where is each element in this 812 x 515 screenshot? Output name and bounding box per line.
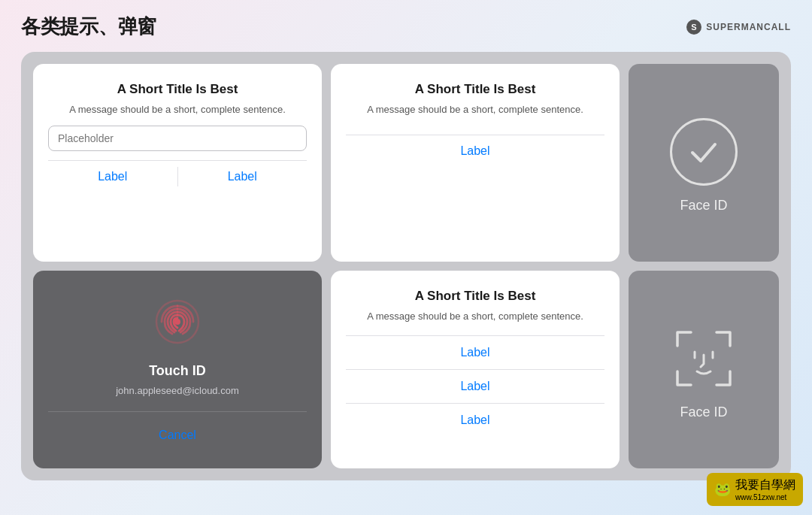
card1-btn2[interactable]: Label xyxy=(178,161,308,192)
card4-cancel[interactable]: Cancel xyxy=(48,421,307,450)
watermark: 🐸 我要自學網 www.51zxw.net xyxy=(707,473,803,506)
card1-title: A Short Title Is Best xyxy=(117,82,238,97)
card-alert-multi: A Short Title Is Best A message should b… xyxy=(331,271,620,468)
card2-label[interactable]: Label xyxy=(346,135,604,250)
page-title: 各类提示、弹窗 xyxy=(21,14,156,40)
card5-labels: Label Label Label xyxy=(346,335,604,437)
card1-input[interactable] xyxy=(48,126,307,151)
card-faceid-verified: Face ID xyxy=(629,64,779,262)
card4-email: john.appleseed@icloud.com xyxy=(116,385,239,396)
card5-label2[interactable]: Label xyxy=(346,369,604,403)
card5-label3[interactable]: Label xyxy=(346,403,604,437)
faceid-circle xyxy=(670,118,738,186)
main-container: A Short Title Is Best A message should b… xyxy=(21,52,791,480)
card2-title: A Short Title Is Best xyxy=(415,82,536,97)
card-touchid: Touch ID john.appleseed@icloud.com Cance… xyxy=(33,271,322,468)
watermark-line1: 我要自學網 xyxy=(735,477,795,493)
card-faceid-scan: Face ID xyxy=(629,271,779,468)
card4-divider xyxy=(48,411,307,412)
page-header: 各类提示、弹窗 S SUPERMANCALL xyxy=(0,0,812,47)
card-alert-single: A Short Title Is Best A message should b… xyxy=(331,64,620,262)
card4-title: Touch ID xyxy=(149,363,206,379)
card1-buttons: Label Label xyxy=(48,161,307,192)
brand-icon: S xyxy=(686,20,701,35)
checkmark-icon xyxy=(685,133,723,171)
card6-label: Face ID xyxy=(680,404,727,420)
touchid-icon xyxy=(151,295,204,351)
card3-label: Face ID xyxy=(680,198,727,214)
card5-title: A Short Title Is Best xyxy=(415,289,536,304)
card2-message: A message should be a short, complete se… xyxy=(367,103,583,117)
card5-message: A message should be a short, complete se… xyxy=(367,310,583,323)
card-alert-input: A Short Title Is Best A message should b… xyxy=(33,64,322,262)
card1-message: A message should be a short, complete se… xyxy=(69,103,286,117)
brand-name: SUPERMANCALL xyxy=(706,22,791,32)
watermark-text: 我要自學網 www.51zxw.net xyxy=(735,477,795,501)
card5-label1[interactable]: Label xyxy=(346,335,604,369)
card1-btn1[interactable]: Label xyxy=(48,161,177,192)
brand-logo: S SUPERMANCALL xyxy=(686,20,791,35)
svg-point-1 xyxy=(174,319,180,325)
watermark-icon: 🐸 xyxy=(714,481,731,498)
faceid-scan-icon xyxy=(670,325,738,392)
watermark-line2: www.51zxw.net xyxy=(735,493,795,501)
